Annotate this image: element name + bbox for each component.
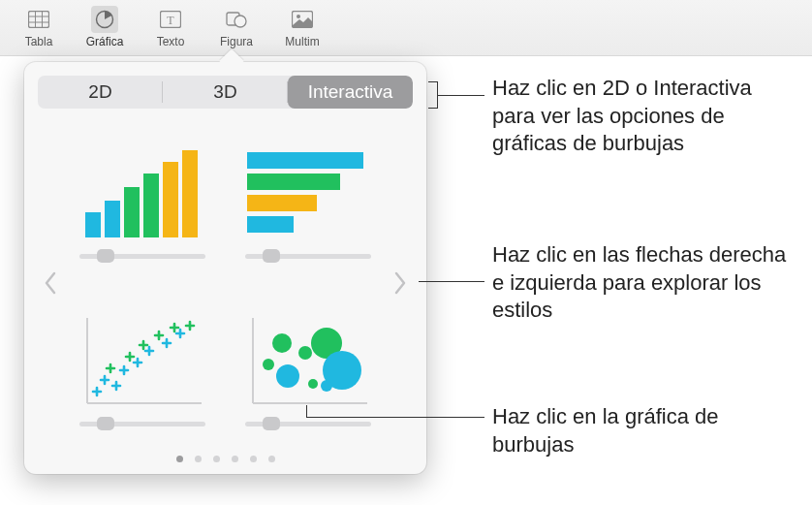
svg-point-61 xyxy=(321,380,332,392)
table-icon xyxy=(25,6,52,33)
chevron-right-icon xyxy=(393,271,407,295)
svg-point-57 xyxy=(298,346,312,360)
toolbar-item-table[interactable]: Tabla xyxy=(19,6,58,48)
callout-leader xyxy=(419,281,484,282)
next-style-arrow[interactable] xyxy=(388,259,413,307)
chart-option-bar[interactable] xyxy=(234,124,385,274)
bar-chart-thumb xyxy=(240,137,376,241)
svg-rect-18 xyxy=(247,152,363,169)
toolbar-item-chart[interactable]: Gráfica xyxy=(85,6,124,48)
toolbar-item-media[interactable]: Multim xyxy=(283,6,322,48)
callout-bracket xyxy=(428,81,438,109)
svg-rect-20 xyxy=(247,195,317,211)
page-dot[interactable] xyxy=(176,456,183,462)
toolbar: Tabla Gráfica T Texto Figura Multim xyxy=(0,0,812,56)
page-dot[interactable] xyxy=(268,456,275,462)
svg-rect-15 xyxy=(143,174,159,237)
tab-2d[interactable]: 2D xyxy=(38,76,163,109)
page-dot[interactable] xyxy=(195,456,202,462)
toolbar-label: Gráfica xyxy=(86,35,124,48)
column-chart-slider[interactable] xyxy=(79,249,205,263)
tab-3d[interactable]: 3D xyxy=(163,76,288,109)
chart-option-bubble[interactable] xyxy=(234,292,385,442)
svg-point-56 xyxy=(276,364,299,388)
shape-icon xyxy=(223,6,250,33)
column-chart-thumb xyxy=(75,137,210,241)
toolbar-label: Tabla xyxy=(25,35,53,48)
chart-type-segmented-control: 2D 3D Interactiva xyxy=(38,76,413,109)
svg-point-55 xyxy=(272,333,292,353)
chevron-left-icon xyxy=(44,271,57,295)
svg-point-58 xyxy=(308,379,318,389)
toolbar-label: Multim xyxy=(285,35,319,48)
chart-gallery xyxy=(38,118,413,448)
page-dot[interactable] xyxy=(250,456,257,462)
chart-option-column[interactable] xyxy=(67,124,218,274)
page-indicator[interactable] xyxy=(38,448,413,464)
svg-rect-0 xyxy=(29,12,49,28)
callout-arrows: Haz clic en las flechas derecha e izquie… xyxy=(492,241,802,325)
svg-rect-19 xyxy=(247,174,340,190)
svg-point-9 xyxy=(234,16,246,27)
svg-rect-21 xyxy=(247,216,294,233)
bubble-chart-slider[interactable] xyxy=(245,417,371,430)
bar-chart-slider[interactable] xyxy=(245,249,371,263)
tab-interactive[interactable]: Interactiva xyxy=(288,76,413,109)
svg-point-11 xyxy=(297,15,300,18)
svg-rect-17 xyxy=(182,150,198,237)
page-dot[interactable] xyxy=(232,456,238,462)
toolbar-label: Figura xyxy=(220,35,253,48)
callout-leader xyxy=(438,95,484,96)
svg-rect-12 xyxy=(85,212,101,237)
prev-style-arrow[interactable] xyxy=(38,259,63,307)
toolbar-label: Texto xyxy=(157,35,185,48)
svg-text:T: T xyxy=(167,14,174,27)
callout-bubble: Haz clic en la gráfica de burbujas xyxy=(492,403,793,458)
svg-rect-16 xyxy=(163,162,178,237)
svg-rect-13 xyxy=(105,201,120,237)
chart-popover: 2D 3D Interactiva xyxy=(24,62,426,474)
text-icon: T xyxy=(157,6,184,33)
media-icon xyxy=(289,6,316,33)
callout-tabs: Haz clic en 2D o Interactiva para ver la… xyxy=(492,75,793,158)
callout-leader xyxy=(306,417,484,418)
chart-grid xyxy=(63,118,388,448)
bubble-chart-thumb xyxy=(240,304,376,409)
scatter-chart-slider[interactable] xyxy=(79,417,205,430)
svg-rect-14 xyxy=(124,187,140,237)
callout-leader-vert xyxy=(306,405,307,417)
scatter-chart-thumb xyxy=(75,304,210,409)
svg-point-54 xyxy=(263,359,274,370)
chart-icon xyxy=(91,6,118,33)
page-dot[interactable] xyxy=(213,456,220,462)
toolbar-item-text[interactable]: T Texto xyxy=(151,6,190,48)
chart-option-scatter[interactable] xyxy=(67,292,218,442)
toolbar-item-shape[interactable]: Figura xyxy=(217,6,256,48)
